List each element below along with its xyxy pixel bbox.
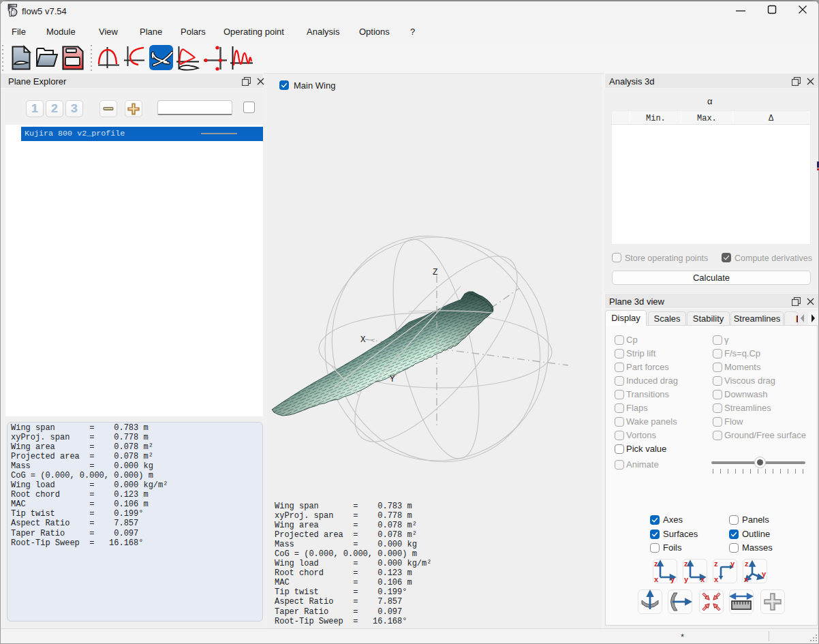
svg-text:z: z bbox=[714, 559, 718, 568]
svg-text:Y: Y bbox=[390, 375, 395, 384]
svg-text:Z: Z bbox=[433, 268, 438, 277]
svg-text:y: y bbox=[670, 575, 675, 583]
svg-text:z: z bbox=[654, 559, 658, 568]
svg-text:x: x bbox=[654, 575, 659, 583]
svg-text:z: z bbox=[684, 559, 688, 568]
svg-text:x: x bbox=[714, 575, 719, 583]
svg-text:z: z bbox=[745, 559, 749, 568]
svg-text:y: y bbox=[684, 575, 689, 583]
svg-text:X: X bbox=[360, 335, 366, 345]
svg-text:y: y bbox=[762, 570, 767, 578]
svg-text:x: x bbox=[700, 575, 705, 583]
svg-text:x: x bbox=[744, 575, 749, 583]
svg-text:y: y bbox=[730, 559, 735, 568]
